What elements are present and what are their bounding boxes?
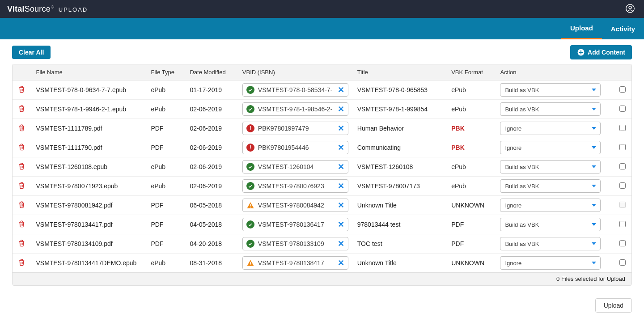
delete-button[interactable] [17, 142, 26, 153]
action-select[interactable]: Build as VBKIgnore [500, 160, 601, 173]
vbid-value: VSMTEST-9780133109 [258, 240, 333, 247]
delete-button[interactable] [17, 258, 26, 268]
status-ok-icon [246, 240, 254, 248]
trash-icon [18, 182, 25, 189]
clear-vbid-icon[interactable]: ✕ [337, 144, 345, 152]
action-select[interactable]: Build as VBKIgnore [500, 256, 601, 270]
user-menu-button[interactable] [623, 2, 637, 17]
clear-vbid-icon[interactable]: ✕ [337, 86, 345, 94]
vbid-field[interactable]: !PBK97801954446✕ [242, 141, 348, 154]
delete-button[interactable] [17, 161, 26, 172]
tab-upload[interactable]: Upload [561, 18, 602, 39]
cell-title: Unknown Title [353, 196, 447, 215]
vbid-field[interactable]: VSMTEST-9780138417✕ [242, 256, 348, 270]
action-row: Clear All Add Content [0, 39, 644, 64]
cell-vbk-format: ePub [447, 177, 496, 196]
svg-rect-5 [250, 262, 251, 264]
action-select[interactable]: Build as VBKIgnore [500, 141, 601, 154]
trash-icon [18, 220, 25, 228]
row-checkbox[interactable] [619, 240, 626, 246]
delete-button[interactable] [17, 123, 26, 134]
vbid-value: VSMTEST-9780138417 [258, 259, 333, 267]
cell-file-name: VSMTEST-978-0-9634-7-7.epub [31, 80, 146, 100]
cell-vbk-format: PBK [447, 138, 496, 157]
action-select[interactable]: Build as VBKIgnore [500, 122, 601, 135]
trash-icon [18, 143, 25, 151]
bottom-row: Upload [0, 286, 644, 325]
delete-button[interactable] [17, 219, 26, 230]
trash-icon [18, 258, 25, 266]
clear-vbid-icon[interactable]: ✕ [337, 240, 345, 248]
status-warn-icon [246, 201, 254, 209]
svg-rect-4 [250, 207, 251, 207]
action-select[interactable]: Build as VBKIgnore [500, 179, 601, 193]
row-checkbox[interactable] [619, 182, 626, 189]
action-select[interactable]: Build as VBKIgnore [500, 83, 601, 97]
vbid-field[interactable]: VSMTEST-9780076923✕ [242, 179, 348, 193]
clear-all-button[interactable]: Clear All [12, 46, 51, 59]
delete-button[interactable] [17, 104, 26, 114]
status-ok-icon [246, 105, 254, 113]
clear-vbid-icon[interactable]: ✕ [337, 201, 345, 209]
table-row: VSMTEST-9780081942.pdfPDF06-05-2018VSMTE… [13, 196, 631, 215]
vbid-field[interactable]: VSMTEST-9780136417✕ [242, 218, 348, 231]
clear-vbid-icon[interactable]: ✕ [337, 220, 345, 228]
cell-file-name: VSMTEST-9780134417.pdf [31, 215, 146, 234]
clear-vbid-icon[interactable]: ✕ [337, 259, 345, 267]
cell-title: VSMTEST-1260108 [353, 157, 447, 177]
cell-date: 04-20-2018 [185, 234, 237, 254]
cell-file-name: VSMTEST-1260108.epub [31, 157, 146, 177]
status-ok-icon [246, 182, 254, 190]
cell-vbk-format: ePub [447, 80, 496, 100]
svg-rect-3 [250, 204, 251, 207]
svg-rect-6 [250, 264, 251, 265]
vbid-field[interactable]: VSMTEST-978-0-58534-7-✕ [242, 83, 348, 97]
add-content-button[interactable]: Add Content [570, 45, 632, 59]
row-checkbox[interactable] [619, 221, 626, 227]
col-date: Date Modified [185, 64, 237, 80]
delete-button[interactable] [17, 200, 26, 211]
clear-vbid-icon[interactable]: ✕ [337, 182, 345, 190]
logo: VitalSource® UPLOAD [7, 4, 88, 14]
clear-vbid-icon[interactable]: ✕ [337, 163, 345, 171]
trash-icon [18, 124, 25, 131]
trash-icon [18, 162, 25, 170]
topbar: VitalSource® UPLOAD [0, 0, 644, 18]
delete-button[interactable] [17, 181, 26, 191]
table-row: VSMTEST-978-1-9946-2-1.epubePub02-06-201… [13, 100, 631, 119]
clear-vbid-icon[interactable]: ✕ [337, 124, 345, 132]
plus-circle-icon [577, 48, 585, 56]
action-select[interactable]: Build as VBKIgnore [500, 199, 601, 212]
table-row: VSMTEST-9780071923.epubePub02-06-2019VSM… [13, 177, 631, 196]
clear-vbid-icon[interactable]: ✕ [337, 105, 345, 113]
status-ok-icon [246, 163, 254, 171]
row-checkbox[interactable] [619, 259, 626, 266]
cell-file-type: ePub [146, 177, 185, 196]
cell-vbk-format: PDF [447, 234, 496, 254]
cell-title: VSMTEST-978-1-999854 [353, 100, 447, 119]
action-select[interactable]: Build as VBKIgnore [500, 237, 601, 250]
cell-vbk-format: ePub [447, 157, 496, 177]
vbid-field[interactable]: !PBK97801997479✕ [242, 122, 348, 135]
row-checkbox[interactable] [619, 125, 626, 131]
delete-button[interactable] [17, 238, 26, 249]
row-checkbox[interactable] [619, 163, 626, 169]
cell-date: 02-06-2019 [185, 138, 237, 157]
upload-button[interactable]: Upload [595, 298, 632, 313]
vbid-field[interactable]: VSMTEST-978-1-98546-2-✕ [242, 102, 348, 116]
action-select[interactable]: Build as VBKIgnore [500, 102, 601, 116]
cell-file-name: VSMTEST-9780134109.pdf [31, 234, 146, 254]
row-checkbox[interactable] [619, 144, 626, 150]
tab-activity[interactable]: Activity [602, 18, 644, 39]
vbid-field[interactable]: VSMTEST-9780133109✕ [242, 237, 348, 250]
action-select[interactable]: Build as VBKIgnore [500, 218, 601, 231]
row-checkbox[interactable] [619, 106, 626, 112]
cell-file-name: VSMTEST-9780081942.pdf [31, 196, 146, 215]
cell-title: Unknown Title [353, 254, 447, 273]
vbid-field[interactable]: VSMTEST-9780084942✕ [242, 199, 348, 212]
row-checkbox[interactable] [619, 86, 626, 93]
delete-button[interactable] [17, 85, 26, 95]
cell-file-type: ePub [146, 100, 185, 119]
vbid-field[interactable]: VSMTEST-1260104✕ [242, 160, 348, 173]
file-table: File Name File Type Date Modified VBID (… [12, 64, 632, 286]
